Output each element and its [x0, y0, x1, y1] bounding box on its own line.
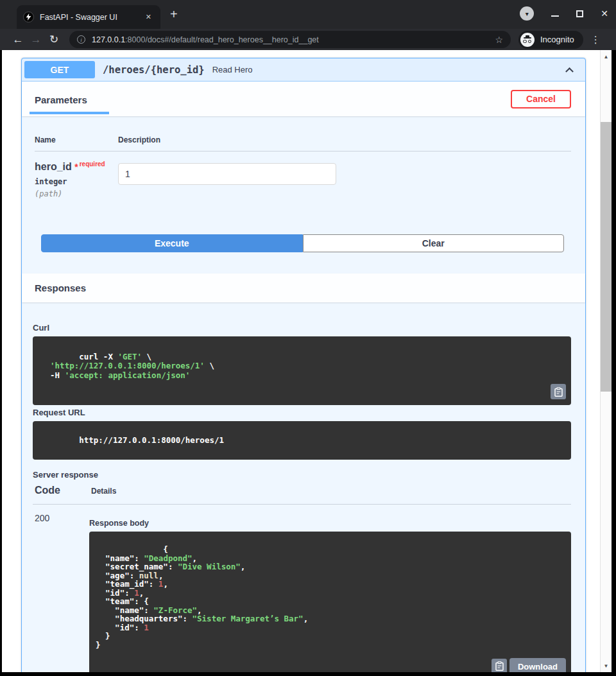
execute-button[interactable]: Execute [41, 234, 303, 252]
parameters-area: Name Description hero_id *required integ… [22, 116, 585, 273]
copy-curl-button[interactable] [551, 384, 566, 399]
window-menu-icon[interactable]: ▾ [520, 6, 534, 21]
close-tab-icon[interactable]: ✕ [143, 12, 154, 22]
responses-body: Curl curl -X 'GET' \ 'http://127.0.0.1:8… [22, 302, 585, 672]
page-content: GET /heroes/{hero_id} Read Hero Paramete… [2, 50, 600, 672]
browser-menu-icon[interactable]: ⋮ [591, 34, 601, 46]
operation-block-get-hero: GET /heroes/{hero_id} Read Hero Paramete… [21, 58, 586, 672]
site-info-icon[interactable]: i [77, 35, 85, 44]
parameter-name: hero_id [35, 161, 72, 172]
parameter-type: integer [35, 177, 118, 186]
operation-summary[interactable]: GET /heroes/{hero_id} Read Hero [22, 58, 585, 82]
response-body-block: { "name": "Deadpond", "secret_name": "Di… [89, 532, 571, 673]
back-icon[interactable]: ← [9, 33, 27, 46]
required-label: required [80, 160, 105, 168]
parameters-table-header: Name Description [35, 132, 571, 152]
curl-command: curl -X 'GET' \ 'http://127.0.0.1:8000/h… [40, 352, 214, 380]
required-asterisk: * [74, 162, 78, 172]
response-body-json: { "name": "Deadpond", "secret_name": "Di… [96, 544, 308, 650]
maximize-icon[interactable] [576, 10, 583, 17]
incognito-badge: Incognito [518, 31, 583, 49]
curl-label: Curl [33, 323, 571, 333]
clear-button[interactable]: Clear [303, 234, 565, 252]
cancel-button[interactable]: Cancel [511, 90, 571, 108]
copy-response-button[interactable] [492, 659, 507, 673]
url-host: 127.0.0.1 [92, 35, 125, 44]
execute-row: Execute Clear [22, 234, 585, 252]
browser-titlebar: FastAPI - Swagger UI ✕ + ▾ ✕ [0, 0, 616, 29]
operation-summary-text: Read Hero [212, 65, 253, 74]
collapse-chevron-icon[interactable] [565, 67, 574, 76]
parameter-location: (path) [35, 189, 118, 198]
details-column-header: Details [91, 487, 571, 496]
download-button[interactable]: Download [509, 658, 566, 673]
curl-command-block: curl -X 'GET' \ 'http://127.0.0.1:8000/h… [33, 336, 571, 405]
incognito-label: Incognito [540, 35, 574, 44]
name-column-header: Name [35, 135, 118, 144]
scroll-up-icon[interactable]: ▲ [601, 51, 612, 62]
response-row: 200 Response body { "name": "Deadpond", … [33, 505, 571, 673]
browser-tab[interactable]: FastAPI - Swagger UI ✕ [17, 5, 160, 29]
response-body-label: Response body [89, 519, 571, 528]
clipboard-icon [495, 661, 504, 671]
parameter-row: hero_id *required integer (path) [35, 152, 571, 198]
description-column-header: Description [118, 135, 571, 144]
tab-title: FastAPI - Swagger UI [40, 13, 143, 22]
forward-icon[interactable]: → [27, 33, 45, 46]
url-path: :8000/docs#/default/read_hero_heroes__he… [125, 35, 319, 44]
parameters-table: Name Description hero_id *required integ… [35, 132, 571, 198]
fastapi-favicon-icon [23, 12, 34, 22]
request-url-block: http://127.0.0.1:8000/heroes/1 [33, 421, 571, 460]
request-url-value: http://127.0.0.1:8000/heroes/1 [79, 435, 224, 445]
bookmark-star-icon[interactable]: ☆ [495, 35, 503, 45]
reload-icon[interactable]: ↻ [45, 33, 63, 46]
minimize-icon[interactable] [551, 15, 559, 17]
clipboard-icon [554, 387, 563, 397]
scroll-down-icon[interactable]: ▼ [601, 661, 612, 671]
tab-parameters[interactable]: Parameters [30, 83, 109, 114]
address-bar[interactable]: i 127.0.0.1:8000/docs#/default/read_hero… [69, 31, 511, 48]
url-text[interactable]: 127.0.0.1:8000/docs#/default/read_hero_h… [92, 35, 490, 44]
method-badge: GET [24, 61, 95, 78]
code-column-header: Code [35, 485, 91, 496]
incognito-icon [520, 33, 535, 47]
status-code: 200 [33, 513, 89, 673]
responses-title: Responses [35, 282, 86, 293]
operation-path: /heroes/{hero_id} [103, 64, 205, 76]
parameters-header: Parameters Cancel [22, 82, 585, 116]
page-scrollbar[interactable]: ▲ ▼ [600, 50, 612, 672]
parameter-value-cell [118, 160, 571, 198]
new-tab-icon[interactable]: + [170, 8, 178, 21]
response-table-header: Code Details [33, 485, 571, 505]
browser-toolbar: ← → ↻ i 127.0.0.1:8000/docs#/default/rea… [0, 29, 616, 50]
response-details-cell: Response body { "name": "Deadpond", "sec… [89, 513, 571, 673]
close-window-icon[interactable]: ✕ [601, 9, 608, 18]
server-response-table: Code Details 200 Response body { "name":… [33, 485, 571, 673]
server-response-label: Server response [33, 470, 571, 480]
parameter-name-cell: hero_id *required integer (path) [35, 160, 118, 198]
scrollbar-thumb[interactable] [601, 122, 612, 392]
responses-section-header: Responses [22, 273, 585, 302]
hero-id-input[interactable] [118, 163, 336, 185]
request-url-label: Request URL [33, 408, 571, 417]
